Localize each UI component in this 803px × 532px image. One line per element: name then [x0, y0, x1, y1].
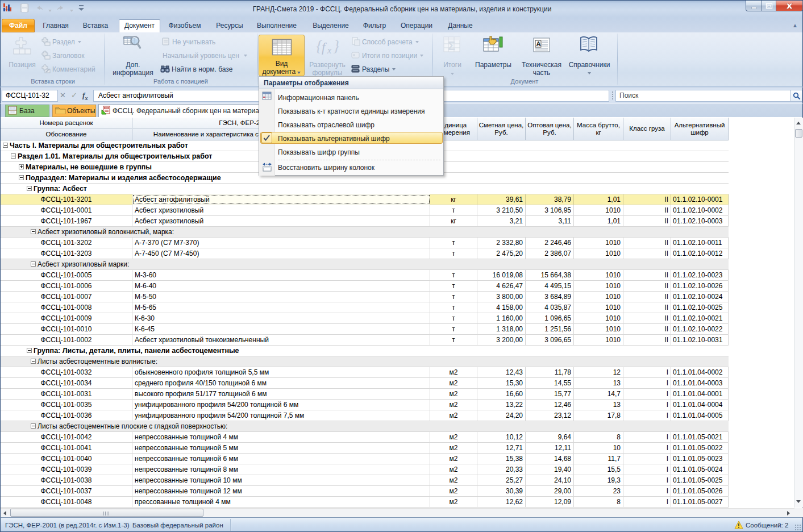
svg-text:Σ: Σ: [448, 39, 455, 53]
svg-text:f: f: [322, 40, 327, 55]
svg-text:A: A: [536, 40, 541, 47]
svg-text:}: }: [333, 37, 339, 55]
svg-text:x: x: [327, 45, 331, 55]
